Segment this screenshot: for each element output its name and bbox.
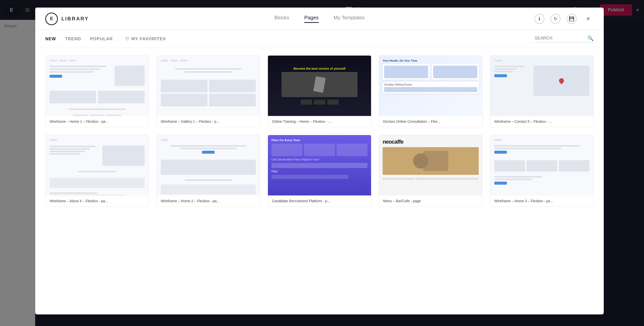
modal-header: E LIBRARY Blocks Pages My Templates ℹ ↻ … <box>35 8 604 30</box>
filter-bar: NEW TREND POPULAR ♡ MY FAVORITES 🔍 <box>35 30 604 48</box>
template-card-10[interactable]: Wireframe – Home 3 – Flexbox - pa... <box>490 135 594 207</box>
template-card-8[interactable]: Plans For Every Team Can't Decide Which … <box>268 135 371 207</box>
search-box: 🔍 <box>535 35 594 43</box>
tab-blocks[interactable]: Blocks <box>274 15 289 23</box>
favorites-tab[interactable]: ♡ MY FAVORITES <box>125 36 166 42</box>
info-icon-button[interactable]: ℹ <box>534 14 544 24</box>
template-grid: Wireframe – Home 1 – Flexbox - pa... <box>45 55 594 207</box>
template-thumbnail-2 <box>157 56 260 116</box>
template-label-7: Wireframe – Home 2 – Flexbox - pa... <box>157 195 260 207</box>
filter-divider <box>119 36 119 42</box>
template-label-5: Wireframe – Contact 5 – Flexbox - ... <box>490 116 593 127</box>
modal-logo-circle: E <box>45 13 58 25</box>
template-card-3[interactable]: Become the best version of yourself Onli… <box>268 55 371 127</box>
template-thumbnail-3: Become the best version of yourself <box>268 56 371 116</box>
template-card-4[interactable]: Your Health, On Your Time Goodbye Waitin… <box>379 55 482 127</box>
template-label-2: Wireframe – Gallery 1 – Flexbox - p... <box>157 116 260 127</box>
template-thumbnail-9: neocaffe <box>379 135 482 195</box>
search-input[interactable] <box>535 36 585 41</box>
filter-tabs: NEW TREND POPULAR <box>45 36 113 42</box>
template-thumbnail-8: Plans For Every Team Can't Decide Which … <box>268 135 371 195</box>
template-label-8: Candidate Recruitment Platform - p... <box>268 195 371 207</box>
template-card-9[interactable]: neocaffe Menu – Bar/Cafe - page <box>379 135 482 207</box>
search-icon: 🔍 <box>587 35 594 41</box>
template-label-9: Menu – Bar/Cafe - page <box>379 195 482 207</box>
filter-popular[interactable]: POPULAR <box>90 36 113 42</box>
modal-logo-text: LIBRARY <box>61 16 89 22</box>
template-card-1[interactable]: Wireframe – Home 1 – Flexbox - pa... <box>45 55 149 127</box>
close-modal-button[interactable]: × <box>583 13 594 24</box>
template-card-6[interactable]: Wireframe – About 4 – Flexbox - pa... <box>45 135 149 207</box>
tab-pages[interactable]: Pages <box>304 15 319 23</box>
tab-my-templates[interactable]: My Templates <box>334 15 365 23</box>
template-label-10: Wireframe – Home 3 – Flexbox - pa... <box>490 195 593 207</box>
template-grid-container[interactable]: Wireframe – Home 1 – Flexbox - pa... <box>35 48 604 314</box>
modal-tabs: Blocks Pages My Templates <box>274 15 365 23</box>
template-label-4: Doctors Online Consultation – Flex... <box>379 116 482 127</box>
template-thumbnail-1 <box>46 56 149 116</box>
library-modal: E LIBRARY Blocks Pages My Templates ℹ ↻ … <box>35 8 604 314</box>
modal-logo: E LIBRARY <box>45 13 89 25</box>
save-icon-button[interactable]: 💾 <box>567 14 577 24</box>
template-thumbnail-10 <box>490 135 593 195</box>
template-label-6: Wireframe – About 4 – Flexbox - pa... <box>46 195 149 207</box>
template-label-1: Wireframe – Home 1 – Flexbox - pa... <box>46 116 149 127</box>
filter-new[interactable]: NEW <box>45 36 56 42</box>
template-label-3: Online Training – Home – Flexbox - ... <box>268 116 371 127</box>
heart-icon: ♡ <box>125 36 129 42</box>
template-thumbnail-7 <box>157 135 260 195</box>
filter-trend[interactable]: TREND <box>65 36 81 42</box>
refresh-icon-button[interactable]: ↻ <box>550 14 560 24</box>
modal-header-actions: ℹ ↻ 💾 × <box>534 13 594 24</box>
template-thumbnail-5 <box>490 56 593 116</box>
template-card-5[interactable]: Wireframe – Contact 5 – Flexbox - ... <box>490 55 594 127</box>
template-card-7[interactable]: Wireframe – Home 2 – Flexbox - pa... <box>156 135 260 207</box>
template-card-2[interactable]: Wireframe – Gallery 1 – Flexbox - p... <box>156 55 260 127</box>
template-thumbnail-4: Your Health, On Your Time Goodbye Waitin… <box>379 56 482 116</box>
template-thumbnail-6 <box>46 135 149 195</box>
